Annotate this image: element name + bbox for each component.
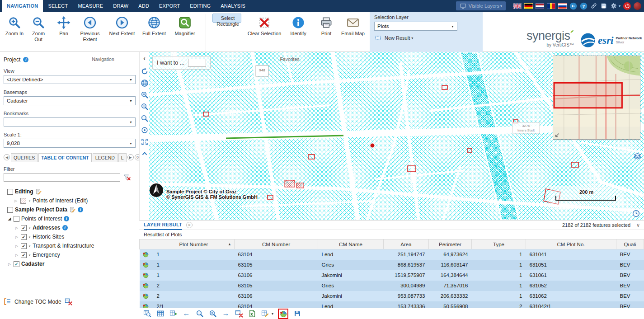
table-row[interactable]: 163104Lend 251,19474764,973624 1631041BE… [140, 249, 644, 260]
collapse-panel-icon[interactable]: ∨ [636, 222, 640, 228]
menu-tab-analysis[interactable]: ANALYSIS [216, 0, 250, 12]
clear-selection-button[interactable]: Clear Selection [246, 14, 283, 39]
layer-result-tab[interactable]: LAYER RESULT [144, 220, 182, 230]
chevron-down-icon[interactable]: ∨ [28, 226, 31, 230]
germany-flag-icon[interactable] [524, 3, 533, 9]
tab-legend[interactable]: LEGEND [93, 153, 118, 162]
identify-button[interactable]: Identify [287, 14, 310, 39]
chevron-down-icon[interactable]: ∨ [28, 244, 31, 248]
info-icon[interactable]: i [62, 225, 68, 230]
expand-icon[interactable]: ▷ [14, 244, 19, 248]
info-icon[interactable]: i [78, 207, 83, 212]
full-extent-button[interactable]: Full Extent [140, 14, 168, 39]
result-row-icon[interactable] [142, 251, 149, 258]
expand-icon[interactable]: ▷ [14, 253, 19, 257]
table-row[interactable]: 2/163104Lend 153,74333650,556908 2631042… [140, 301, 644, 308]
center-map-icon[interactable] [141, 126, 149, 134]
sample-data-checkbox[interactable] [7, 207, 13, 213]
help-icon[interactable] [580, 2, 588, 10]
tree-item-editing[interactable]: Editing [4, 187, 136, 196]
tree-item-poi-edit[interactable]: ▷ ∨ Points of Interest (Edit) [4, 196, 136, 205]
table-row[interactable]: 263106Jakomini 953,087733206,633332 1631… [140, 291, 644, 301]
collapse-icon[interactable]: ◢ [7, 216, 12, 221]
select-rectangle-button[interactable]: Select Rectangle [212, 14, 241, 23]
menu-tab-measure[interactable]: MEASURE [73, 0, 108, 12]
menu-tab-add[interactable]: ADD [133, 0, 154, 12]
remove-selection-icon[interactable] [235, 310, 243, 318]
transport-checkbox[interactable]: ✓ [21, 243, 27, 249]
new-result-button[interactable]: New Result ▾ [374, 35, 478, 41]
scroll-up-icon[interactable] [141, 150, 149, 158]
menu-tab-editing[interactable]: EDITING [185, 0, 216, 12]
back-icon[interactable] [569, 2, 577, 10]
tree-item-points-of-interest[interactable]: ◢ Points of Interest i [4, 214, 136, 223]
col-area[interactable]: Area [384, 239, 429, 249]
email-map-button[interactable]: Email Map [339, 14, 367, 39]
historic-sites-checkbox[interactable]: ✓ [21, 234, 27, 240]
export-excel-icon[interactable] [248, 310, 256, 318]
tree-item-transport-infrastructure[interactable]: ▷ ✓ ∨ Transport & Infrastructure [4, 241, 136, 250]
netherlands-flag-icon[interactable] [536, 3, 544, 9]
result-row-icon[interactable] [142, 262, 149, 268]
next-page-icon[interactable]: → [221, 310, 230, 318]
table-settings-icon[interactable] [261, 310, 269, 318]
chevron-down-icon[interactable]: ∨ [28, 199, 31, 202]
zoom-selected-icon[interactable] [195, 310, 204, 318]
overview-map[interactable] [553, 56, 640, 140]
col-cm-number[interactable]: CM Number [235, 239, 318, 249]
expand-icon[interactable]: ▷ [7, 262, 12, 266]
tab-layers-truncated[interactable]: L [118, 153, 127, 162]
tree-item-cadaster[interactable]: ▷ ✓ Cadaster [4, 259, 136, 268]
create-result-active-icon[interactable] [278, 309, 288, 319]
refresh-map-icon[interactable] [141, 67, 149, 75]
previous-page-icon[interactable]: ← [182, 310, 191, 318]
info-icon[interactable]: i [64, 216, 69, 221]
visible-layers-button[interactable]: Visible Layers ▾ [456, 1, 506, 10]
menu-tab-navigation[interactable]: NAVIGATION [2, 0, 43, 12]
zoom-out-icon[interactable] [141, 103, 149, 111]
table-row[interactable]: 163105Gries 868,619537116,603147 1631051… [140, 260, 644, 270]
table-row[interactable]: 263105Gries 300,0498971,357016 1631052BE… [140, 281, 644, 291]
col-plot-number[interactable]: Plot Number▲ [153, 239, 235, 249]
cadaster-checkbox[interactable]: ✓ [14, 261, 19, 267]
col-cm-name[interactable]: CM Name [318, 239, 384, 249]
uk-flag-icon[interactable] [513, 3, 522, 9]
clear-filter-icon[interactable] [123, 174, 131, 182]
col-type[interactable]: Type [472, 239, 526, 249]
result-row-icon[interactable] [142, 303, 149, 308]
emergency-checkbox[interactable]: ✓ [21, 252, 27, 258]
col-cm-plot-no[interactable]: CM Plot No. [526, 239, 616, 249]
tabs-scroll-right-icon[interactable]: ▶ [127, 154, 134, 160]
tree-item-emergency[interactable]: ▷ ✓ ∨ Emergency [4, 250, 136, 259]
save-results-icon[interactable] [293, 310, 301, 318]
romania-flag-icon[interactable] [547, 3, 555, 9]
open-table-icon[interactable] [156, 310, 165, 318]
close-icon[interactable]: ✕ [186, 222, 193, 228]
tab-queries[interactable]: QUERIES [11, 153, 38, 162]
filter-input[interactable] [4, 173, 120, 182]
expand-icon[interactable]: ▷ [14, 226, 19, 230]
tab-table-of-content[interactable]: TABLE OF CONTENT [38, 153, 91, 162]
settings-chevron-icon[interactable]: ▾ [619, 4, 620, 8]
overview-resize-icon[interactable] [554, 132, 560, 138]
layers-widget-icon[interactable] [633, 152, 642, 161]
change-toc-mode-button[interactable]: Change TOC Mode [4, 298, 72, 305]
zoom-window-icon[interactable] [141, 114, 149, 122]
tree-item-addresses[interactable]: ▷ ✓ ∨ Addresses i [4, 223, 136, 232]
print-button[interactable]: Print [316, 14, 336, 39]
save-icon[interactable] [600, 2, 607, 9]
chevron-down-icon[interactable]: ∨ [28, 235, 31, 239]
russia-flag-icon[interactable] [558, 3, 567, 9]
result-row-icon[interactable] [142, 293, 149, 299]
chevron-down-icon[interactable]: ∨ [28, 253, 31, 257]
settings-gear-icon[interactable] [610, 2, 617, 9]
next-extent-button[interactable]: Next Extent [107, 14, 137, 39]
export-results-icon[interactable] [169, 310, 178, 318]
col-perimeter[interactable]: Perimeter [429, 239, 472, 249]
addresses-checkbox[interactable]: ✓ [21, 225, 27, 231]
fullscreen-icon[interactable] [141, 138, 149, 146]
zoom-in-button[interactable]: Zoom In [4, 14, 25, 39]
zoom-to-results-icon[interactable] [143, 310, 151, 318]
menu-tab-draw[interactable]: DRAW [108, 0, 133, 12]
tabs-scroll-left-icon[interactable]: ◀ [4, 154, 10, 160]
